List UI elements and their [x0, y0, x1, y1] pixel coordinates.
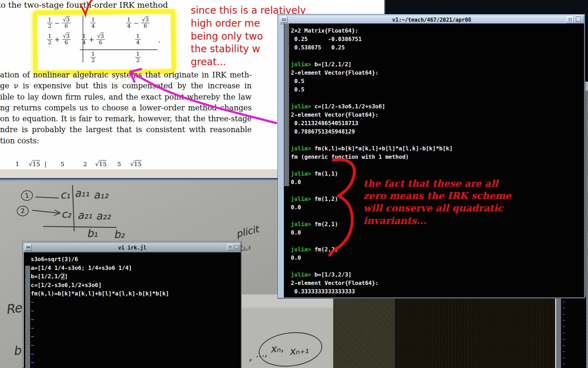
- terminal-line: [291, 94, 453, 102]
- fraction: 14: [90, 17, 96, 29]
- background-tilde: ~: [562, 336, 565, 343]
- denominator: 4: [82, 40, 86, 45]
- numerator: 1: [126, 17, 132, 23]
- math-fragment-token: √15: [95, 161, 106, 168]
- julia-prompt: julia>: [291, 170, 311, 177]
- numerator: 1: [135, 33, 141, 40]
- terminal-iconify-button[interactable]: [566, 16, 574, 23]
- numerator: √3: [141, 17, 150, 23]
- handwriting-a11: a₁₁: [74, 186, 90, 199]
- fraction: 12: [47, 33, 52, 45]
- paragraph-line: ng returns compels us to choose a lower-…: [0, 102, 252, 113]
- tableau-cell: 12−√36: [47, 17, 71, 29]
- background-tilde: ~: [562, 305, 565, 312]
- numerator: 1: [47, 17, 52, 23]
- math-fragment-token: 5: [117, 161, 121, 168]
- julia-prompt: julia>: [291, 221, 311, 227]
- vi-tilde: ~: [31, 341, 169, 350]
- vi-iconify-button[interactable]: [227, 244, 233, 250]
- background-editor-scrollbar[interactable]: [556, 297, 561, 368]
- tableau-cell: 14+√36: [81, 33, 105, 45]
- vi-line: c=[1/2-s3o6,1/2+s3o6]: [31, 281, 169, 290]
- handwriting-b1: b₁: [86, 227, 98, 240]
- paragraph-line: ation of nonlinear algebraic systems tha…: [0, 69, 252, 80]
- terminal-line: [291, 262, 453, 271]
- vi-editor-content: s3o6=sqrt(3)/6a=[1/4 1/4-s3o6; 1/4+s3o6 …: [24, 252, 241, 368]
- background-tilde: ~: [562, 330, 565, 336]
- terminal-title-bar[interactable]: v1:~/teach/467/2021/apr08: [279, 16, 584, 24]
- maximize-icon: [576, 16, 581, 22]
- maximize-icon: [234, 245, 238, 249]
- vi-title-bar[interactable]: vi irk.jl: [24, 243, 241, 252]
- background-tilde: ~: [562, 343, 565, 349]
- vi-line: s3o6=sqrt(3)/6: [31, 255, 169, 264]
- terminal-content: 2×2 Matrix{Float64}: 0.25 -0.0386751 0.5…: [284, 23, 584, 298]
- julia-prompt: julia>: [291, 271, 311, 278]
- terminal-maximize-button[interactable]: [574, 15, 583, 23]
- math-fragment-token: √15: [29, 161, 40, 168]
- fraction: 14: [126, 17, 132, 29]
- numerator: √3: [62, 33, 71, 40]
- vi-tilde: ~: [31, 333, 169, 341]
- vi-tilde: ~: [31, 315, 169, 324]
- background-tilde: ~: [562, 361, 565, 368]
- math-operator: −: [55, 19, 60, 27]
- menu-dash-icon: [27, 246, 30, 248]
- terminal-window: v1:~/teach/467/2021/apr08 2×2 Matrix{Flo…: [278, 14, 585, 299]
- denominator: 2: [91, 57, 95, 63]
- vi-line: b=[1/2,1/2]: [31, 272, 169, 281]
- math-fragment-token: |: [44, 161, 47, 168]
- terminal-line: 0.3333333333333333: [291, 287, 453, 296]
- math-operator: −: [134, 19, 139, 27]
- math-fragment-token: √15: [130, 161, 141, 168]
- paragraph-line: ible to lay down firm rules, and the exa…: [0, 91, 252, 102]
- terminal-line: julia> fm(k,l)=b[k]*a[k,l]+b[l]*a[l,k]-b…: [291, 144, 453, 153]
- desktop-screenshot: 12c₁a₁₁a₁₂c₂a₂₁a₂₂b₁b₂Rebplicit- K₂,₃,..…: [0, 0, 588, 368]
- fraction: 12: [47, 17, 52, 29]
- terminal-line: 0.538675 0.25: [291, 43, 453, 52]
- fraction: 12: [135, 51, 141, 63]
- terminal-scrollbar[interactable]: [284, 23, 289, 186]
- terminal-line: 0.7886751345948129: [291, 128, 453, 136]
- vi-maximize-button[interactable]: [233, 244, 240, 250]
- paragraph-line: tion costs:: [0, 135, 252, 146]
- handwriting-c1: c₁: [60, 188, 70, 201]
- background-window-scrollbar-cap: [585, 82, 588, 91]
- vi-window-menu-button[interactable]: [25, 244, 32, 251]
- julia-prompt: julia>: [291, 145, 311, 152]
- fraction: √36: [96, 33, 105, 45]
- terminal-window-menu-button[interactable]: [280, 16, 288, 23]
- numerator: 1: [81, 33, 87, 40]
- vi-line: a=[1/4 1/4-s3o6; 1/4+s3o6 1/4]: [31, 264, 169, 273]
- numerator: 1: [47, 33, 52, 40]
- handwriting-plicit: plicit: [235, 224, 260, 240]
- denominator: 6: [144, 23, 147, 29]
- fraction: 14: [135, 33, 141, 45]
- tableau-cell: 12: [135, 51, 141, 63]
- vi-scrollbar[interactable]: [25, 266, 30, 368]
- terminal-line: 2×2 Matrix{Float64}:: [291, 27, 453, 35]
- terminal-line: [291, 136, 453, 144]
- vi-buffer-lines: s3o6=sqrt(3)/6a=[1/4 1/4-s3o6; 1/4+s3o6 …: [31, 255, 169, 368]
- terminal-line: 0.0: [291, 229, 453, 237]
- terminal-line: julia> fm(2,2): [291, 245, 453, 254]
- background-editor-window: ~~~~~~~~~~~: [555, 297, 588, 368]
- fraction: 12: [90, 51, 96, 63]
- red-italic-line: zero means the IRK scheme: [363, 190, 511, 202]
- fraction: √36: [141, 17, 150, 29]
- math-operator: +: [89, 36, 94, 43]
- terminal-line: [291, 237, 453, 245]
- handwriting-circled-1: 1: [20, 190, 34, 202]
- iconify-icon: [569, 18, 572, 21]
- terminal-output: 2×2 Matrix{Float64}: 0.25 -0.0386751 0.5…: [291, 27, 453, 296]
- handwriting-xn1: xₙ₊₁: [288, 343, 309, 357]
- vi-editor-window: vi irk.jl s3o6=sqrt(3)/6a=[1/4 1/4-s3o6;…: [22, 241, 241, 368]
- denominator: 2: [136, 57, 140, 63]
- tableau-cell: 14: [90, 17, 96, 29]
- denominator: 6: [99, 40, 103, 45]
- terminal-line: fm (generic function with 1 method): [291, 153, 453, 161]
- handwriting-a21: a₂₁: [77, 209, 92, 222]
- handwriting-c2: c₂: [61, 207, 71, 220]
- iconify-icon: [229, 246, 231, 248]
- terminal-line: [291, 52, 453, 60]
